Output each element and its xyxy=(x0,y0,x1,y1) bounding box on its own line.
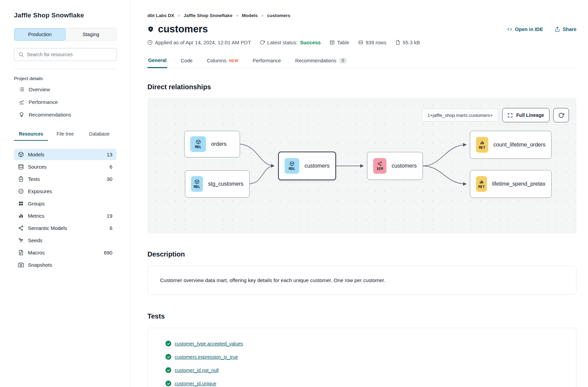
search-box[interactable] xyxy=(14,48,116,61)
open-in-ide-button[interactable]: Open in IDE xyxy=(507,27,543,32)
grid-icon xyxy=(18,201,24,206)
test-link[interactable]: customers.expression_is_true xyxy=(175,354,238,360)
rows-icon xyxy=(358,40,363,45)
share-button[interactable]: Share xyxy=(555,27,576,32)
test-row: customers.expression_is_true xyxy=(165,352,564,362)
lineage-node-customers-semantic[interactable]: SEM customers xyxy=(367,152,423,180)
check-circle-icon xyxy=(165,381,171,386)
chevron-right-icon: > xyxy=(236,13,239,18)
tests-card: customer_type.accepted_values customers.… xyxy=(147,328,576,387)
tab-recommendations[interactable]: Recommendations0 xyxy=(295,54,348,68)
lineage-node-lifetime-spend-pretax[interactable]: MET lifetime_spend_pretax xyxy=(470,170,552,198)
tab-general[interactable]: General xyxy=(147,54,167,68)
tab-database[interactable]: Database xyxy=(82,128,116,141)
lineage-canvas[interactable]: Full Lineage xyxy=(147,98,576,233)
description-heading: Description xyxy=(147,250,576,258)
resource-tabs: Resources File tree Database xyxy=(14,128,116,141)
metric-badge: MET xyxy=(476,137,488,153)
environment-toggle: Production Staging xyxy=(14,28,116,41)
sidebar-item-exposures[interactable]: Exposures xyxy=(14,186,116,197)
env-tab-production[interactable]: Production xyxy=(14,28,66,41)
share-icon xyxy=(555,27,560,32)
sidebar-divider xyxy=(14,69,116,69)
refresh-lineage-button[interactable] xyxy=(553,108,569,122)
lineage-node-customers-model[interactable]: MDL customers xyxy=(278,152,336,180)
sidebar-item-semantic-models[interactable]: Semantic Models 6 xyxy=(14,222,116,234)
sidebar-item-label: Overview xyxy=(29,87,50,92)
resource-count: 690 xyxy=(104,250,112,256)
search-icon xyxy=(18,52,24,57)
semantic-nodes-icon xyxy=(377,161,382,166)
env-tab-staging[interactable]: Staging xyxy=(66,28,116,41)
description-card: Customer overview data mart, offering ke… xyxy=(147,266,576,295)
sidebar-item-metrics[interactable]: Metrics 19 xyxy=(14,210,116,221)
resource-label: Exposures xyxy=(28,188,52,194)
tab-columns[interactable]: ColumnsNEW xyxy=(206,54,239,68)
shield-icon xyxy=(147,26,154,33)
resource-label: Metrics xyxy=(28,213,44,219)
test-link[interactable]: customer_id.not_null xyxy=(175,368,219,373)
resource-count: 13 xyxy=(107,152,112,157)
sidebar-item-groups[interactable]: Groups xyxy=(14,198,116,209)
cube-icon xyxy=(196,139,201,144)
search-input[interactable] xyxy=(27,52,112,57)
lineage-selector-input[interactable] xyxy=(422,109,498,122)
description-text: Customer overview data mart, offering ke… xyxy=(160,277,385,283)
node-label: customers xyxy=(392,163,417,169)
tab-file-tree[interactable]: File tree xyxy=(48,128,82,141)
node-label: count_lifetime_orders xyxy=(493,142,545,148)
sidebar-item-performance[interactable]: Performance xyxy=(14,96,116,108)
check-circle-icon xyxy=(165,354,171,360)
resource-label: Tests xyxy=(28,176,40,182)
test-row: customer_type.accepted_values xyxy=(165,338,564,349)
sidebar-item-snapshots[interactable]: Snapshots xyxy=(14,259,116,270)
sidebar-item-sources[interactable]: Sources 6 xyxy=(14,161,116,172)
breadcrumb-account[interactable]: dbt Labs DX xyxy=(147,13,174,18)
sidebar-item-tests[interactable]: Tests 30 xyxy=(14,173,116,185)
model-badge: MDL xyxy=(191,176,203,192)
lineage-node-stg-customers[interactable]: MDL stg_customers xyxy=(185,170,250,198)
project-title: Jaffle Shop Snowflake xyxy=(14,12,116,19)
tab-code[interactable]: Code xyxy=(180,54,193,68)
breadcrumb-project[interactable]: Jaffle Shop Snowflake xyxy=(184,13,232,18)
status-success-value: Success xyxy=(300,40,321,45)
sidebar-item-seeds[interactable]: Seeds xyxy=(14,235,116,246)
bar-chart-icon xyxy=(480,140,484,145)
file-size-icon xyxy=(395,40,400,45)
page-title: customers xyxy=(158,24,208,35)
sidebar-item-recommendations[interactable]: Recommendations xyxy=(14,108,116,121)
gauge-icon xyxy=(18,188,24,194)
resource-count: 19 xyxy=(107,213,112,219)
cube-icon xyxy=(289,161,295,166)
performance-chart-icon xyxy=(19,99,25,105)
resource-label: Snapshots xyxy=(28,262,52,268)
file-icon xyxy=(18,250,24,256)
sidebar-item-label: Recommendations xyxy=(29,112,71,118)
main-content: dbt Labs DX > Jaffle Shop Snowflake > Mo… xyxy=(130,0,588,387)
test-link[interactable]: customer_id.unique xyxy=(175,381,216,386)
detail-tabs: General Code ColumnsNEW Performance Reco… xyxy=(147,54,576,68)
chevron-right-icon: > xyxy=(261,13,264,18)
camera-icon xyxy=(18,262,24,268)
full-lineage-button[interactable]: Full Lineage xyxy=(502,108,550,122)
sidebar-item-overview[interactable]: Overview xyxy=(14,83,116,96)
test-link[interactable]: customer_type.accepted_values xyxy=(175,341,243,346)
sidebar: Jaffle Shop Snowflake Production Staging… xyxy=(0,0,130,387)
check-circle-icon xyxy=(165,341,171,346)
lineage-node-orders[interactable]: MDL orders xyxy=(184,131,240,157)
new-badge: NEW xyxy=(229,59,238,63)
lineage-node-count-lifetime-orders[interactable]: MET count_lifetime_orders xyxy=(470,131,552,159)
list-icon xyxy=(19,87,25,92)
sidebar-item-macros[interactable]: Macros 690 xyxy=(14,247,116,258)
resource-count: 6 xyxy=(110,225,112,231)
cube-icon xyxy=(194,179,200,184)
tab-performance[interactable]: Performance xyxy=(252,54,282,68)
clock-icon xyxy=(147,40,153,45)
check-circle-icon xyxy=(165,367,171,373)
share-label: Share xyxy=(563,27,576,32)
tab-resources[interactable]: Resources xyxy=(14,128,48,141)
resource-count: 6 xyxy=(110,164,112,170)
sidebar-item-models[interactable]: Models 13 xyxy=(14,149,116,160)
bar-chart-icon xyxy=(479,180,484,184)
breadcrumb-models[interactable]: Models xyxy=(242,13,258,18)
